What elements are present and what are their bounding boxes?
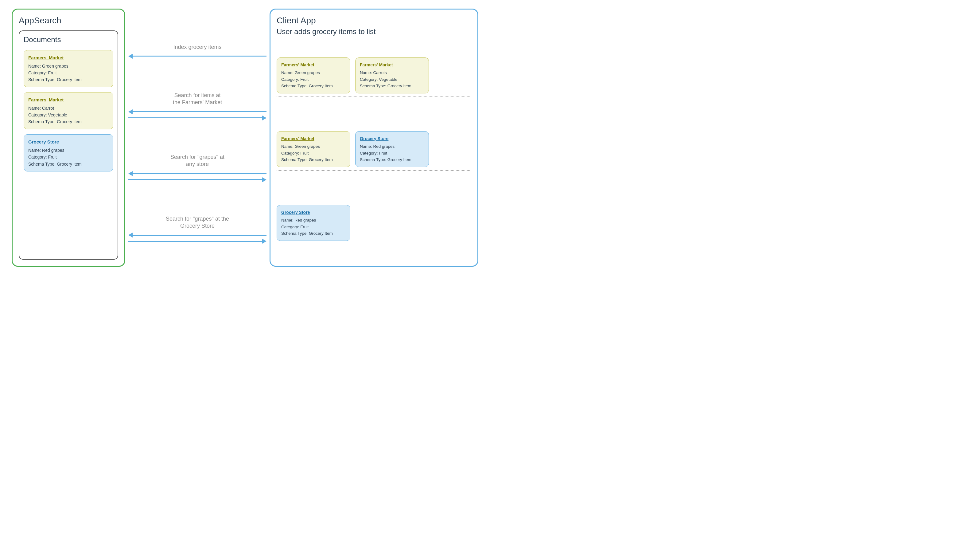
arrow4-left-line [133, 235, 266, 236]
s2c2-schema: Schema Type: Grocery Item [360, 156, 424, 163]
doc-card-1: Farmers' Market Name: Green grapes Categ… [24, 50, 113, 87]
doc-card-3: Grocery Store Name: Red grapes Category:… [24, 134, 113, 171]
documents-title: Documents [24, 35, 113, 44]
section3-cards: Grocery Store Name: Red grapes Category:… [277, 205, 471, 241]
section1-card-1: Farmers' Market Name: Green grapes Categ… [277, 57, 350, 93]
arrow-group-3: Search for "grapes" atany store [128, 154, 266, 182]
doc2-name: Name: Carrot [28, 105, 109, 112]
section1-cards: Farmers' Market Name: Green grapes Categ… [277, 57, 471, 93]
arrow2-left [128, 109, 266, 114]
arrows-area: Index grocery items Search for items att… [125, 9, 270, 267]
doc1-store: Farmers' Market [28, 54, 109, 61]
client-sections: Farmers' Market Name: Green grapes Categ… [277, 39, 471, 260]
doc3-store: Grocery Store [28, 138, 109, 146]
arrowhead-left-1 [128, 54, 133, 59]
diagram: AppSearch Documents Farmers' Market Name… [12, 9, 478, 267]
doc2-store: Farmers' Market [28, 96, 109, 104]
section3-card-1: Grocery Store Name: Red grapes Category:… [277, 205, 350, 241]
s1c2-store: Farmers' Market [360, 61, 424, 68]
s2c1-schema: Schema Type: Grocery Item [281, 156, 346, 163]
arrow2-right-line [128, 117, 262, 118]
arrow4-label: Search for "grapes" at theGrocery Store [166, 215, 229, 230]
arrow4-left [128, 233, 266, 238]
s2c1-name: Name: Green grapes [281, 143, 346, 150]
s2c2-name: Name: Red grapes [360, 143, 424, 150]
doc2-schema: Schema Type: Grocery Item [28, 118, 109, 125]
arrow-group-4: Search for "grapes" at theGrocery Store [128, 215, 266, 244]
s2c2-category: Category: Fruit [360, 150, 424, 157]
arrowhead-left-4 [128, 233, 133, 238]
s1c2-name: Name: Carrots [360, 69, 424, 76]
doc2-category: Category: Vegetable [28, 112, 109, 118]
s2c1-category: Category: Fruit [281, 150, 346, 157]
s3c1-store: Grocery Store [281, 209, 346, 216]
appsearch-panel: AppSearch Documents Farmers' Market Name… [12, 9, 125, 267]
section2-card-1: Farmers' Market Name: Green grapes Categ… [277, 131, 350, 167]
doc1-name: Name: Green grapes [28, 63, 109, 69]
arrow4-right-line [128, 241, 262, 242]
doc3-category: Category: Fruit [28, 154, 109, 160]
arrow1-label: Index grocery items [173, 44, 221, 51]
arrowhead-right-2 [262, 116, 266, 120]
s1c2-schema: Schema Type: Grocery Item [360, 83, 424, 89]
clientapp-subtitle: User adds grocery items to list [277, 27, 471, 36]
client-section-1: Farmers' Market Name: Green grapes Categ… [277, 54, 471, 97]
doc1-category: Category: Fruit [28, 69, 109, 76]
client-section-2: Farmers' Market Name: Green grapes Categ… [277, 128, 471, 171]
s3c1-category: Category: Fruit [281, 224, 346, 230]
arrow3-left [128, 171, 266, 176]
s1c1-category: Category: Fruit [281, 76, 346, 83]
arrow3-left-line [133, 173, 266, 174]
documents-box: Documents Farmers' Market Name: Green gr… [19, 30, 118, 260]
arrow3-right-line [128, 179, 262, 180]
doc3-name: Name: Red grapes [28, 147, 109, 154]
arrow3-label: Search for "grapes" atany store [170, 154, 224, 168]
section2-card-2: Grocery Store Name: Red grapes Category:… [355, 131, 429, 167]
s1c1-store: Farmers' Market [281, 61, 346, 68]
arrow1-line [133, 56, 266, 57]
doc3-schema: Schema Type: Grocery Item [28, 161, 109, 167]
s2c2-store: Grocery Store [360, 135, 424, 142]
s2c1-store: Farmers' Market [281, 135, 346, 142]
arrow3-right [128, 177, 266, 182]
arrow2-right [128, 116, 266, 120]
s3c1-name: Name: Red grapes [281, 217, 346, 224]
appsearch-title: AppSearch [19, 16, 118, 26]
arrow-group-2: Search for items atthe Farmers' Market [128, 92, 266, 120]
arrow-group-1: Index grocery items [128, 44, 266, 59]
arrow4-right [128, 239, 266, 244]
s1c2-category: Category: Vegetable [360, 76, 424, 83]
doc1-schema: Schema Type: Grocery Item [28, 76, 109, 83]
clientapp-title: Client App [277, 16, 471, 26]
s3c1-schema: Schema Type: Grocery Item [281, 230, 346, 237]
s1c1-schema: Schema Type: Grocery Item [281, 83, 346, 89]
s1c1-name: Name: Green grapes [281, 69, 346, 76]
section1-card-2: Farmers' Market Name: Carrots Category: … [355, 57, 429, 93]
arrowhead-right-3 [262, 177, 266, 182]
client-header: Client App User adds grocery items to li… [277, 16, 471, 36]
arrowhead-left-3 [128, 171, 133, 176]
arrowhead-left-2 [128, 109, 133, 114]
doc-card-2: Farmers' Market Name: Carrot Category: V… [24, 92, 113, 129]
arrow1 [128, 54, 266, 59]
arrowhead-right-4 [262, 239, 266, 244]
arrow2-label: Search for items atthe Farmers' Market [173, 92, 222, 106]
section2-cards: Farmers' Market Name: Green grapes Categ… [277, 131, 471, 167]
arrow2-left-line [133, 111, 266, 112]
clientapp-panel: Client App User adds grocery items to li… [270, 9, 478, 267]
client-section-3: Grocery Store Name: Red grapes Category:… [277, 202, 471, 244]
